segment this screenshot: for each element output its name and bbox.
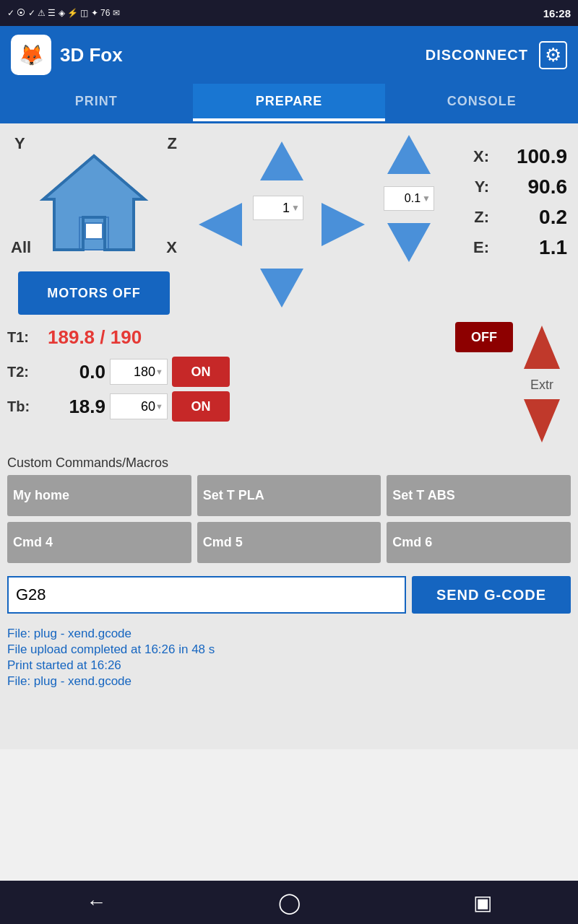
temp-extr-row: T1: 189.8 / 190 OFF T2: 0.0 180 ▼ ON Tb: [7,322,571,448]
t2-label: T2: [7,364,43,380]
x-axis-label: X [166,238,177,257]
coord-z-label: Z: [474,208,489,227]
z-section: 0.1 ▼ [383,131,435,266]
coord-x-value: 100.9 [495,145,567,168]
svg-marker-9 [387,223,431,262]
back-button[interactable]: ← [86,891,106,914]
gcode-input[interactable] [7,576,406,614]
svg-marker-10 [524,326,560,369]
log-line-4: File: plug - xend.gcode [7,674,571,689]
home-icon[interactable] [36,145,152,261]
tb-label: Tb: [7,398,43,415]
t2-set-box[interactable]: 180 ▼ [110,359,168,385]
tb-set-value: 60 [141,399,155,414]
log-line-1: File: plug - xend.gcode [7,627,571,641]
xy-down-button[interactable] [253,257,311,315]
cmd-set-t-pla-button[interactable]: Set T PLA [197,475,381,516]
coord-e-label: E: [473,238,489,257]
controls-area: Y Z All X MOTORS OFF [0,123,578,318]
app-title-wrap: 🦊 3D Fox [11,35,123,75]
main-content: Y Z All X MOTORS OFF [0,123,578,749]
svg-marker-8 [387,135,431,174]
t2-value: 0.0 [48,361,105,383]
t2-toggle-button[interactable]: ON [172,357,230,387]
send-gcode-button[interactable]: SEND G-CODE [412,576,571,614]
t1-row: T1: 189.8 / 190 OFF [7,322,513,352]
coord-e-value: 1.1 [495,236,567,259]
xy-grid: 1 ▼ [191,134,372,315]
status-icons: ✓ ⦿ ✓ ⚠ ☰ ◈ ⚡ ◫ ✦ 76 ✉ [7,8,120,18]
cmd-4-button[interactable]: Cmd 4 [7,522,191,563]
extr-label: Extr [530,378,553,393]
coords-section: X: 100.9 Y: 90.6 Z: 0.2 E: 1.1 [439,131,571,266]
svg-marker-7 [260,269,303,308]
coord-z-row: Z: 0.2 [474,206,567,229]
coord-x-label: X: [473,147,489,166]
recents-button[interactable]: ▣ [473,891,492,915]
t1-toggle-button[interactable]: OFF [455,322,513,352]
tab-console[interactable]: CONSOLE [385,84,578,121]
log-area: File: plug - xend.gcode File upload comp… [0,619,578,749]
xy-right-button[interactable] [314,196,372,253]
empty-cell-3 [191,257,249,315]
extr-down-button[interactable] [520,396,564,448]
z-up-button[interactable] [383,131,435,183]
tb-value: 18.9 [48,396,105,418]
settings-icon[interactable]: ⚙ [539,41,567,69]
z-step-value: 0.1 ▼ [384,186,434,211]
right-section: 0.1 ▼ X: 100.9 Y: 90.6 [383,131,571,315]
coord-e-row: E: 1.1 [473,236,567,259]
svg-marker-6 [322,203,365,246]
cmd-my-home-button[interactable]: My home [7,475,191,516]
t2-row: T2: 0.0 180 ▼ ON [7,357,513,387]
cmd-5-button[interactable]: Cmd 5 [197,522,381,563]
top-bar: 🦊 3D Fox DISCONNECT ⚙ [0,26,578,84]
tab-print[interactable]: PRINT [0,84,193,121]
cmd-set-t-abs-button[interactable]: Set T ABS [387,475,571,516]
disconnect-button[interactable]: DISCONNECT [426,47,528,64]
cmd-6-button[interactable]: Cmd 6 [387,522,571,563]
t2-set-value: 180 [134,365,155,380]
xy-up-button[interactable] [253,134,311,192]
temps-col: T1: 189.8 / 190 OFF T2: 0.0 180 ▼ ON Tb: [7,322,513,426]
z-down-button[interactable] [383,214,435,266]
coord-y-value: 90.6 [495,175,567,199]
z-step-label: 0.1 [405,192,420,205]
y-axis-label: Y [14,134,25,153]
tab-prepare[interactable]: PREPARE [193,84,386,121]
empty-cell-4 [314,257,372,315]
tab-bar: PRINT PREPARE CONSOLE [0,84,578,123]
all-axis-label: All [11,238,31,257]
custom-commands-section: Custom Commands/Macros My home Set T PLA… [0,452,578,572]
tb-toggle-button[interactable]: ON [172,391,230,422]
svg-marker-5 [199,203,242,246]
log-line-2: File upload completed at 16:26 in 48 s [7,642,571,657]
svg-marker-4 [260,141,303,180]
motors-off-button[interactable]: MOTORS OFF [18,271,170,315]
status-time: 16:28 [543,7,571,19]
empty-cell-1 [191,134,249,192]
xy-left-button[interactable] [191,196,249,253]
z-axis-label: Z [168,134,177,153]
temp-section: T1: 189.8 / 190 OFF T2: 0.0 180 ▼ ON Tb: [0,318,578,452]
log-line-3: Print started at 16:26 [7,658,571,673]
cmd-grid: My home Set T PLA Set T ABS Cmd 4 Cmd 5 … [7,475,571,563]
app-name: 3D Fox [60,44,123,66]
xy-center: 1 ▼ [253,196,311,253]
coord-y-label: Y: [475,178,489,196]
coord-z-value: 0.2 [495,206,567,229]
xy-section: 1 ▼ [184,131,379,315]
gcode-row: SEND G-CODE [0,572,578,619]
xy-step-label: 1 [282,201,290,216]
top-actions: DISCONNECT ⚙ [426,41,567,69]
coord-y-row: Y: 90.6 [475,175,567,199]
extr-section: Extr [520,322,564,448]
coord-x-row: X: 100.9 [473,145,567,168]
extr-controls: Extr [520,322,564,448]
tb-set-box[interactable]: 60 ▼ [110,393,168,419]
home-button[interactable]: ◯ [278,891,301,915]
empty-cell-2 [314,134,372,192]
extr-up-button[interactable] [520,322,564,375]
xy-step-value: 1 ▼ [253,196,303,220]
custom-commands-title: Custom Commands/Macros [7,456,571,471]
